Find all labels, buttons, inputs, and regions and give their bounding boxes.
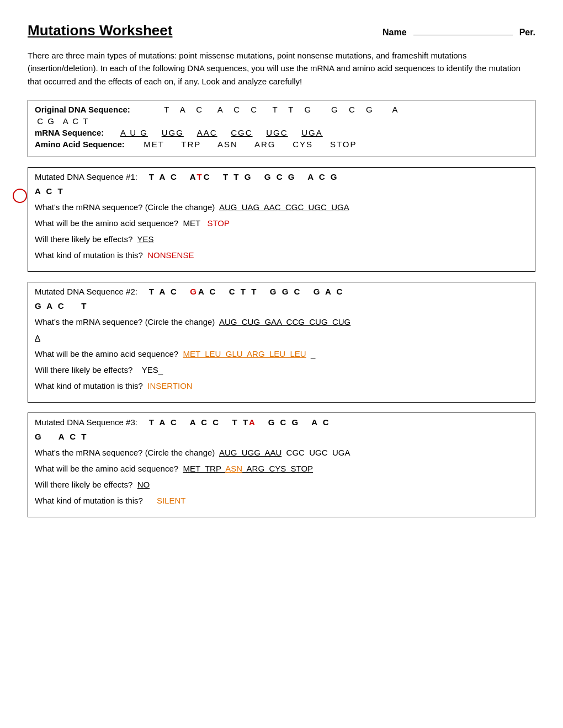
original-dna-label: Original DNA Sequence:	[35, 105, 151, 114]
mrna-sequence: A U G UGG AAC CGC UGC UGA	[120, 128, 323, 137]
original-dna-sequence: T A C A C C T T G G C G A	[151, 105, 400, 114]
original-dna-seq2: C G A C T	[35, 116, 88, 126]
mut1-kind-answer: NONSENSE	[147, 250, 194, 260]
page-title: Mutations Worksheet	[28, 22, 172, 39]
mut1-effects-line: Will there likely be effects? YES	[35, 233, 528, 246]
mut3-effects-line: Will there likely be effects? NO	[35, 478, 528, 491]
mut2-mrna-answer2: A	[35, 333, 40, 342]
mrna-label: mRNA Sequence:	[35, 128, 120, 137]
per-label: Per.	[519, 28, 535, 38]
page-header: Mutations Worksheet Name Per.	[28, 22, 535, 39]
mut2-amino-answer: MET LEU GLU ARG LEU LEU	[183, 349, 306, 358]
name-per-section: Name Per.	[383, 25, 535, 38]
name-input-line	[413, 25, 513, 35]
mut3-kind-line: What kind of mutation is this? SILENT	[35, 494, 528, 507]
mutated-box-2: Mutated DNA Sequence #2: T A C GA C C T …	[28, 282, 535, 403]
mut3-header: Mutated DNA Sequence #3: T A C A C C T T…	[35, 417, 528, 427]
mut1-seq2: A C T	[35, 185, 528, 198]
mut2-effects-answer: YES_	[142, 365, 163, 374]
original-dna-row2: C G A C T	[35, 116, 528, 126]
mut3-amino-line: What will be the amino acid sequence? ME…	[35, 462, 528, 475]
mut1-seq: T A C ATC T T G G C G A C G	[149, 172, 339, 181]
mut2-mrna-line2: A	[35, 331, 528, 345]
mut3-kind-answer: SILENT	[157, 496, 186, 505]
mut1-amino-line: What will be the amino acid sequence? ME…	[35, 217, 528, 230]
mut2-mrna-line: What's the mRNA sequence? (Circle the ch…	[35, 315, 528, 329]
mut1-effects-answer: YES	[137, 234, 153, 244]
mut1-amino-answer: STOP	[207, 218, 230, 228]
mut1-header: Mutated DNA Sequence #1: T A C ATC T T G…	[35, 172, 528, 181]
mrna-row: mRNA Sequence: A U G UGG AAC CGC UGC UGA	[35, 128, 528, 137]
mut1-mrna-answer: AUG UAG AAC CGC UGC UGA	[219, 202, 349, 212]
mut2-kind-line: What kind of mutation is this? INSERTION	[35, 379, 528, 393]
original-dna-box: Original DNA Sequence: T A C A C C T T G…	[28, 100, 535, 157]
amino-row: Amino Acid Sequence: MET TRP ASN ARG CYS…	[35, 140, 528, 149]
mutated-box-1: Mutated DNA Sequence #1: T A C ATC T T G…	[28, 167, 535, 272]
mut2-seq2: G A C T	[35, 299, 528, 313]
name-label: Name	[383, 28, 407, 38]
mut2-amino-line: What will be the amino acid sequence? ME…	[35, 347, 528, 361]
mut3-effects-answer: NO	[137, 480, 150, 489]
original-dna-row: Original DNA Sequence: T A C A C C T T G…	[35, 105, 528, 114]
circle-indicator-1	[13, 189, 27, 203]
mutated-box-3: Mutated DNA Sequence #3: T A C A C C T T…	[28, 413, 535, 517]
mut2-kind-answer: INSERTION	[147, 381, 192, 390]
mut3-mrna-answer1: AUG UGG AAU	[219, 448, 282, 457]
mut2-header: Mutated DNA Sequence #2: T A C GA C C T …	[35, 287, 528, 296]
mut3-seq: T A C A C C T TA G C G A C	[149, 417, 331, 427]
mut3-seq2: G A C T	[35, 430, 528, 443]
mut1-kind-line: What kind of mutation is this? NONSENSE	[35, 249, 528, 262]
mut2-mrna-answer: AUG CUG GAA CCG CUG CUG	[219, 317, 350, 326]
mut3-amino-asn: ASN	[225, 464, 242, 473]
mut1-mrna-line: What's the mRNA sequence? (Circle the ch…	[35, 201, 528, 214]
amino-sequence: MET TRP ASN ARG CYS STOP	[137, 140, 357, 149]
mut2-seq: T A C GA C C T T G G C G A C	[149, 287, 344, 296]
amino-label: Amino Acid Sequence:	[35, 140, 137, 149]
mut2-effects-line: Will there likely be effects? YES_	[35, 363, 528, 377]
mut3-amino-rest: ARG CYS STOP	[242, 464, 313, 473]
mut3-amino-answer: MET TRP	[183, 464, 225, 473]
intro-paragraph: There are three main types of mutations:…	[28, 49, 535, 88]
mut3-mrna-line: What's the mRNA sequence? (Circle the ch…	[35, 446, 528, 459]
